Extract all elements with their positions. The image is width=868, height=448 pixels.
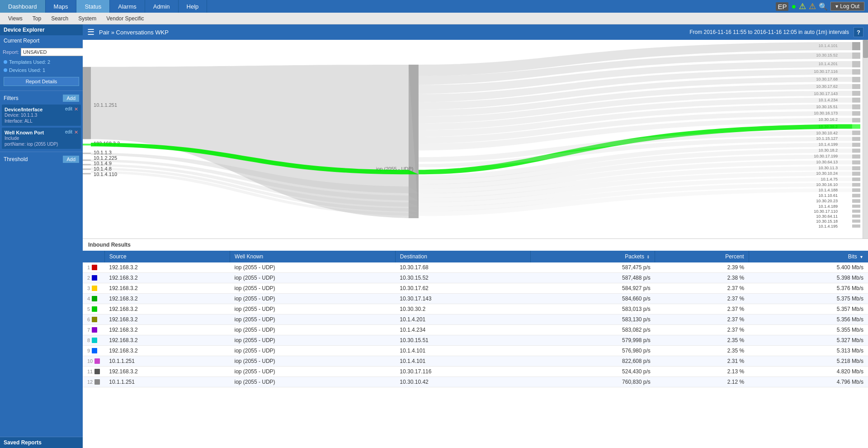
- devices-dot: [4, 68, 7, 72]
- col-destination[interactable]: Destination: [395, 251, 530, 262]
- svg-rect-33: [852, 160, 860, 164]
- row-source: 192.168.3.2: [104, 325, 230, 335]
- filters-row: Filters Add: [0, 93, 83, 104]
- table-row: 8 192.168.3.2 iop (2055 - UDP) 10.30.15.…: [83, 335, 868, 346]
- table-row: 7 192.168.3.2 iop (2055 - UDP) 10.1.4.23…: [83, 325, 868, 335]
- svg-rect-3: [83, 159, 91, 161]
- row-destination: 10.30.10.42: [395, 377, 530, 387]
- row-number: 11: [83, 367, 104, 377]
- filter-wkp-close[interactable]: ✕: [74, 129, 78, 135]
- row-percent: 2.35 %: [655, 346, 749, 356]
- date-range: From 2016-11-16 11:55 to 2016-11-16 12:0…: [689, 29, 849, 35]
- sec-nav-views[interactable]: Views: [4, 14, 27, 23]
- row-destination: 10.30.17.62: [395, 283, 530, 294]
- row-destination: 10.1.4.101: [395, 346, 530, 356]
- row-source: 192.168.3.2: [104, 273, 230, 283]
- filter-device-close[interactable]: ✕: [74, 106, 78, 112]
- row-bits: 5.355 Mb/s: [749, 325, 868, 335]
- second-nav: Views Top Search System Vendor Specific: [0, 13, 868, 24]
- col-well-known[interactable]: Well Known: [230, 251, 396, 262]
- col-source[interactable]: Source: [104, 251, 230, 262]
- report-input-row: Report:: [0, 46, 83, 58]
- row-bits: 4.820 Mb/s: [749, 367, 868, 377]
- threshold-add-button[interactable]: Add: [63, 156, 79, 163]
- row-packets: 760,830 p/s: [531, 377, 655, 387]
- viz-scrollbar[interactable]: [863, 40, 868, 238]
- table-row: 12 10.1.1.251 iop (2055 - UDP) 10.30.10.…: [83, 377, 868, 387]
- filter-device-edit[interactable]: edit: [65, 106, 72, 112]
- row-well-known: iop (2055 - UDP): [230, 262, 396, 273]
- hamburger-icon[interactable]: ☰: [87, 27, 94, 37]
- table-row: 11 192.168.3.2 iop (2055 - UDP) 10.30.17…: [83, 367, 868, 377]
- col-packets[interactable]: Packets ⇕: [531, 251, 655, 262]
- logout-button[interactable]: ▾ Log Out: [830, 2, 864, 11]
- table-row: 4 192.168.3.2 iop (2055 - UDP) 10.30.17.…: [83, 294, 868, 304]
- row-destination: 10.1.4.234: [395, 325, 530, 335]
- filters-add-button[interactable]: Add: [63, 95, 79, 102]
- threshold-label: Threshold: [4, 156, 28, 162]
- report-input[interactable]: [21, 48, 83, 56]
- row-destination: 10.1.4.101: [395, 356, 530, 367]
- report-details-button[interactable]: Report Details: [4, 77, 79, 86]
- row-bits: 5.356 Mb/s: [749, 315, 868, 325]
- row-well-known: iop (2055 - UDP): [230, 315, 396, 325]
- svg-rect-43: [852, 214, 860, 218]
- help-button[interactable]: ?: [854, 27, 863, 37]
- filters-label: Filters: [4, 95, 19, 101]
- info-icon-green: ●: [791, 2, 796, 11]
- search-icon[interactable]: 🔍: [819, 2, 828, 11]
- row-well-known: iop (2055 - UDP): [230, 325, 396, 335]
- report-label: Report:: [3, 49, 19, 55]
- svg-rect-29: [852, 137, 860, 141]
- row-number: 5: [83, 304, 104, 315]
- filter-wkp-edit[interactable]: edit: [65, 129, 72, 135]
- sec-nav-vendor[interactable]: Vendor Specific: [102, 14, 148, 23]
- row-well-known: iop (2055 - UDP): [230, 304, 396, 315]
- nav-tab-help[interactable]: Help: [179, 0, 208, 13]
- row-percent: 2.12 %: [655, 377, 749, 387]
- row-packets: 576,980 p/s: [531, 346, 655, 356]
- device-explorer-header: Device Explorer: [0, 24, 83, 35]
- warning-icon-yellow: ⚠: [799, 1, 806, 11]
- threshold-row: Threshold Add: [0, 154, 83, 165]
- nav-tab-status[interactable]: Status: [76, 0, 110, 13]
- svg-rect-28: [852, 131, 860, 135]
- row-source: 192.168.3.2: [104, 294, 230, 304]
- devices-link[interactable]: Devices Used: 1: [0, 66, 83, 74]
- filter-device-interface: Device/Interface edit ✕ Device: 10.1.1.3…: [2, 105, 81, 126]
- top-nav: Dashboard Maps Status Alarms Admin Help …: [0, 0, 868, 13]
- row-bits: 5.400 Mb/s: [749, 262, 868, 273]
- row-well-known: iop (2055 - UDP): [230, 335, 396, 346]
- nav-tab-admin[interactable]: Admin: [145, 0, 179, 13]
- devices-label: Devices Used: 1: [9, 67, 45, 73]
- filter-device-line: Device: 10.1.1.3: [5, 112, 78, 118]
- row-packets: 587,475 p/s: [531, 262, 655, 273]
- row-percent: 2.37 %: [655, 304, 749, 315]
- filter-device-actions: edit ✕: [65, 106, 78, 112]
- row-packets: 587,488 p/s: [531, 273, 655, 283]
- viz-scroll-thumb[interactable]: [863, 40, 868, 58]
- svg-rect-32: [852, 154, 860, 158]
- templates-link[interactable]: Templates Used: 2: [0, 58, 83, 66]
- col-bits[interactable]: Bits ▼: [749, 251, 868, 262]
- svg-rect-31: [852, 148, 860, 153]
- table-row: 9 192.168.3.2 iop (2055 - UDP) 10.1.4.10…: [83, 346, 868, 356]
- row-well-known: iop (2055 - UDP): [230, 283, 396, 294]
- svg-rect-30: [852, 143, 860, 147]
- nav-tab-maps[interactable]: Maps: [46, 0, 77, 13]
- row-number: 1: [83, 262, 104, 273]
- nav-tab-dashboard[interactable]: Dashboard: [0, 0, 46, 13]
- nav-tab-alarms[interactable]: Alarms: [110, 0, 145, 13]
- svg-rect-35: [852, 172, 860, 176]
- row-destination: 10.30.30.2: [395, 304, 530, 315]
- row-packets: 583,130 p/s: [531, 315, 655, 325]
- row-number: 2: [83, 273, 104, 283]
- col-percent[interactable]: Percent: [655, 251, 749, 262]
- row-number: 8: [83, 335, 104, 346]
- sec-nav-search[interactable]: Search: [47, 14, 73, 23]
- sec-nav-system[interactable]: System: [74, 14, 101, 23]
- templates-label: Templates Used: 2: [9, 59, 50, 65]
- sec-nav-top[interactable]: Top: [28, 14, 46, 23]
- row-well-known: iop (2055 - UDP): [230, 377, 396, 387]
- main-layout: Device Explorer Current Report Report: T…: [0, 24, 868, 448]
